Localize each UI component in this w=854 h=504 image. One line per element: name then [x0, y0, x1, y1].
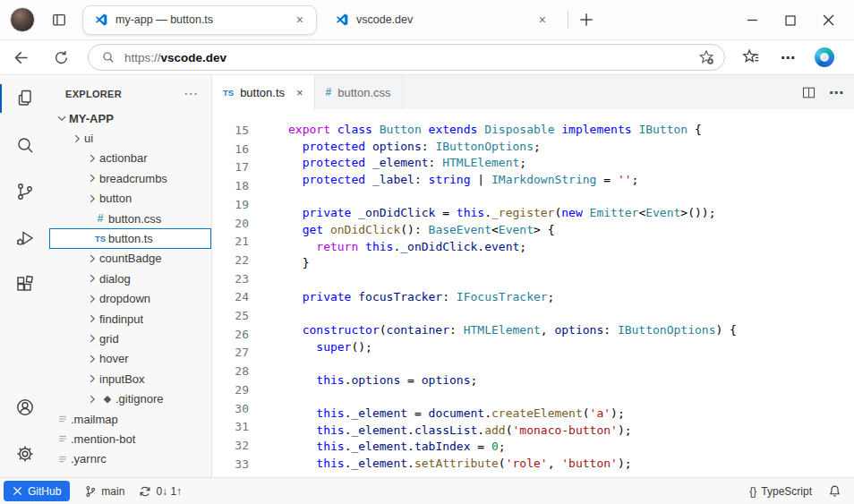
code-line: }: [288, 255, 737, 272]
tree-item-gitignore[interactable]: ◆.gitignore: [49, 389, 211, 408]
copilot-icon[interactable]: [815, 47, 834, 67]
tree-item-my-app[interactable]: MY-APP: [49, 108, 211, 128]
code-line: this._element.tabIndex = 0;: [288, 439, 737, 456]
tree-item-button.ts[interactable]: TSbutton.ts: [49, 228, 211, 248]
git-icon: ◆: [99, 393, 115, 405]
code-line: super();: [288, 339, 737, 356]
code-line: export class Button extends Disposable i…: [288, 122, 737, 139]
minimize-button[interactable]: [747, 14, 758, 26]
code-editor[interactable]: 15161718192021222324252627282930313233 e…: [212, 109, 854, 477]
url-bar[interactable]: https://vscode.dev: [88, 44, 725, 71]
editor-more-icon[interactable]: ⋯: [829, 84, 843, 101]
search-icon: [101, 50, 115, 64]
explorer-sidebar: EXPLORER ··· MY-APPuiactionbarbreadcrumb…: [49, 75, 212, 477]
tree-item-yarnrc[interactable]: .yarnrc: [49, 449, 211, 469]
tree-item-button[interactable]: button: [49, 189, 211, 209]
code-line: [288, 355, 737, 372]
activity-bar: [0, 75, 49, 477]
chevron-right-icon[interactable]: [85, 172, 99, 184]
tree-item-label: MY-APP: [69, 112, 114, 125]
back-button[interactable]: [13, 48, 31, 67]
chevron-right-icon[interactable]: [85, 372, 99, 385]
code-line: this._element.classList.add('monaco-butt…: [288, 423, 737, 440]
tree-item-label: dialog: [99, 272, 131, 286]
tree-item-breadcrumbs[interactable]: breadcrumbs: [49, 168, 211, 188]
tree-item-dropdown[interactable]: dropdown: [49, 289, 211, 309]
new-tab-button[interactable]: [577, 11, 595, 29]
chevron-right-icon[interactable]: [85, 393, 99, 406]
window-controls: [747, 0, 854, 40]
close-editor-tab-icon[interactable]: ×: [296, 86, 303, 99]
tree-item-label: button.css: [108, 212, 161, 226]
chevron-right-icon[interactable]: [70, 132, 84, 145]
tab-actions-icon[interactable]: [50, 11, 68, 29]
code-line: protected _element: HTMLElement;: [288, 155, 737, 172]
browser-menu-icon[interactable]: ⋯: [781, 49, 795, 66]
tree-item-hover[interactable]: hover: [49, 349, 211, 369]
chevron-down-icon[interactable]: [55, 112, 69, 124]
search-panel-icon[interactable]: [0, 122, 49, 168]
split-editor-icon[interactable]: [801, 85, 816, 100]
sync-indicator[interactable]: 0↓ 1↑: [139, 485, 182, 498]
tree-item-findinput[interactable]: findinput: [49, 309, 211, 329]
branch-indicator[interactable]: main: [84, 485, 124, 498]
editor-tab-bar: TSbutton.ts×#button.css ⋯: [212, 75, 854, 109]
explorer-more-icon[interactable]: ···: [184, 87, 199, 100]
code-line: private _onDidClick = this._register(new…: [288, 205, 737, 222]
line-numbers: 15161718192021222324252627282930313233: [212, 122, 249, 474]
profile-avatar[interactable]: [10, 7, 35, 32]
file-icon: [55, 414, 71, 424]
explorer-icon[interactable]: [0, 75, 49, 122]
close-tab-icon[interactable]: ×: [293, 12, 307, 28]
chevron-right-icon[interactable]: [85, 152, 99, 165]
refresh-button[interactable]: [53, 49, 70, 66]
extensions-icon[interactable]: [0, 261, 49, 308]
browser-tab[interactable]: vscode.dev×: [324, 5, 559, 35]
chevron-right-icon[interactable]: [85, 353, 99, 365]
file-icon: [55, 433, 71, 444]
tree-item-inputbox[interactable]: inputBox: [49, 369, 211, 389]
sync-icon: [139, 485, 151, 498]
code-line: [288, 272, 737, 289]
chevron-right-icon[interactable]: [85, 192, 99, 205]
language-indicator[interactable]: {} TypeScript: [749, 485, 812, 498]
tree-item-button.css[interactable]: #button.css: [49, 209, 211, 228]
browser-tab-title: my-app — button.ts: [115, 13, 293, 26]
tree-item-grid[interactable]: grid: [49, 329, 211, 348]
chevron-right-icon[interactable]: [85, 252, 99, 265]
browser-tabs: my-app — button.ts×vscode.dev×: [82, 0, 566, 40]
branch-icon: [84, 485, 97, 498]
editor-tab-button.css[interactable]: #button.css: [315, 75, 403, 109]
tree-item-dialog[interactable]: dialog: [49, 269, 211, 288]
accounts-icon[interactable]: [0, 384, 49, 431]
tree-item-ui[interactable]: ui: [49, 128, 211, 148]
status-bar: GitHub main 0↓ 1↑ {} TypeScript: [0, 477, 854, 504]
editor-group: TSbutton.ts×#button.css ⋯ 15161718192021…: [212, 75, 854, 477]
source-control-icon[interactable]: [0, 168, 49, 215]
maximize-button[interactable]: [785, 15, 796, 26]
chevron-right-icon[interactable]: [85, 272, 99, 285]
tree-item-mailmap[interactable]: .mailmap: [49, 409, 211, 429]
run-debug-icon[interactable]: [0, 215, 49, 261]
close-tab-icon[interactable]: ×: [535, 12, 550, 28]
favorites-bar-icon[interactable]: [741, 47, 761, 67]
tree-item-actionbar[interactable]: actionbar: [49, 149, 211, 168]
remote-indicator[interactable]: GitHub: [4, 481, 70, 501]
browser-tab[interactable]: my-app — button.ts×: [82, 5, 317, 35]
close-window-button[interactable]: [823, 14, 834, 26]
tree-item-mention-bot[interactable]: .mention-bot: [49, 429, 211, 448]
editor-tab-button.ts[interactable]: TSbutton.ts×: [212, 75, 315, 109]
tree-item-label: .mention-bot: [71, 432, 135, 446]
tree-item-countbadge[interactable]: countBadge: [49, 249, 211, 269]
notifications-bell-icon[interactable]: [828, 484, 841, 498]
tree-item-label: inputBox: [99, 372, 145, 386]
url-text: https://vscode.dev: [124, 51, 697, 64]
settings-icon[interactable]: [0, 431, 49, 477]
code-line: this.options = options;: [288, 372, 737, 389]
add-favorite-icon[interactable]: [697, 48, 715, 66]
code-line: protected options: IButtonOptions;: [288, 139, 737, 156]
chevron-right-icon[interactable]: [85, 332, 99, 345]
chevron-right-icon[interactable]: [85, 293, 99, 305]
tree-item-label: button.ts: [108, 232, 153, 245]
chevron-right-icon[interactable]: [85, 312, 99, 325]
